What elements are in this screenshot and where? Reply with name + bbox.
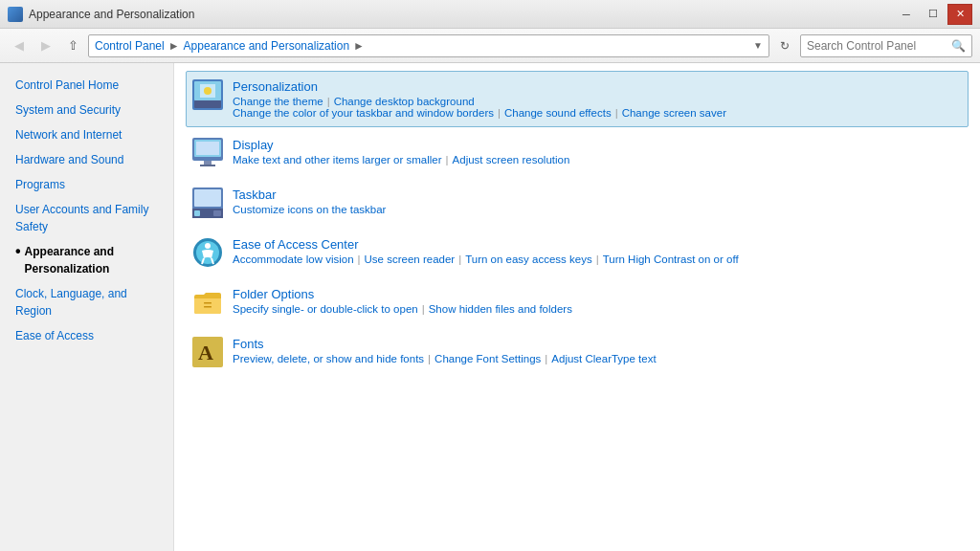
breadcrumb-sep1: ► (168, 39, 180, 53)
link-hidden-files[interactable]: Show hidden files and folders (429, 303, 572, 315)
display-icon (192, 138, 223, 168)
refresh-button[interactable]: ↻ (773, 34, 796, 57)
app-icon (8, 7, 23, 22)
link-change-taskbar-color[interactable]: Change the color of your taskbar and win… (233, 107, 494, 119)
link-screen-reader[interactable]: Use screen reader (365, 253, 456, 265)
sidebar-item-control-panel-home[interactable]: Control Panel Home (0, 73, 173, 98)
link-change-desktop-bg[interactable]: Change desktop background (334, 96, 475, 107)
taskbar-links: Customize icons on the taskbar (233, 204, 962, 215)
link-make-larger[interactable]: Make text and other items larger or smal… (233, 154, 442, 165)
link-change-screensaver[interactable]: Change screen saver (622, 107, 726, 119)
sidebar-item-network-internet[interactable]: Network and Internet (0, 122, 173, 147)
link-customize-icons[interactable]: Customize icons on the taskbar (233, 204, 386, 215)
title-bar-left: Appearance and Personalization (8, 7, 194, 22)
svg-rect-8 (204, 161, 212, 165)
svg-rect-9 (200, 165, 215, 166)
search-box[interactable]: 🔍 (800, 34, 972, 57)
title-bar: Appearance and Personalization ─ ☐ ✕ (0, 0, 980, 29)
content-area: Personalization Change the theme | Chang… (174, 63, 980, 551)
section-folder-options: Folder Options Specify single- or double… (186, 278, 969, 326)
folder-options-icon (192, 287, 223, 318)
svg-point-4 (204, 87, 212, 95)
folder-options-links: Specify single- or double-click to open … (233, 303, 962, 315)
section-ease-access: Ease of Access Center Accommodate low vi… (186, 229, 969, 276)
folder-options-title[interactable]: Folder Options (233, 287, 962, 301)
search-icon: 🔍 (951, 39, 966, 53)
link-change-theme[interactable]: Change the theme (233, 96, 323, 107)
link-change-sound[interactable]: Change sound effects (504, 107, 612, 119)
link-cleartype[interactable]: Adjust ClearType text (551, 353, 656, 364)
sidebar-item-hardware-sound[interactable]: Hardware and Sound (0, 147, 173, 172)
link-easy-access-keys[interactable]: Turn on easy access keys (465, 253, 592, 265)
svg-rect-13 (194, 210, 200, 216)
svg-rect-2 (194, 100, 221, 108)
sidebar: Control Panel Home System and Security N… (0, 63, 174, 551)
ease-access-title[interactable]: Ease of Access Center (233, 237, 962, 252)
display-title[interactable]: Display (233, 138, 962, 152)
taskbar-icon (192, 187, 223, 218)
maximize-button[interactable]: ☐ (921, 4, 946, 25)
personalization-icon (192, 79, 223, 110)
personalization-links-row2: Change the color of your taskbar and win… (233, 107, 962, 119)
personalization-links-row1: Change the theme | Change desktop backgr… (233, 96, 962, 107)
link-preview-fonts[interactable]: Preview, delete, or show and hide fonts (233, 353, 424, 364)
link-high-contrast[interactable]: Turn High Contrast on or off (603, 253, 739, 265)
sidebar-item-programs[interactable]: Programs (0, 172, 173, 197)
section-personalization: Personalization Change the theme | Chang… (186, 71, 969, 127)
minimize-button[interactable]: ─ (894, 4, 919, 25)
svg-rect-11 (194, 189, 221, 207)
fonts-title[interactable]: Fonts (233, 337, 962, 351)
sidebar-item-user-accounts[interactable]: User Accounts and Family Safety (0, 197, 173, 239)
personalization-text: Personalization Change the theme | Chang… (233, 79, 962, 119)
svg-text:A: A (198, 341, 213, 364)
sidebar-item-ease-of-access[interactable]: Ease of Access (0, 323, 173, 348)
fonts-text: Fonts Preview, delete, or show and hide … (233, 337, 962, 364)
svg-rect-7 (196, 142, 219, 155)
breadcrumb-control-panel[interactable]: Control Panel (95, 39, 165, 53)
svg-point-17 (205, 243, 211, 249)
personalization-title[interactable]: Personalization (233, 79, 962, 94)
link-font-settings[interactable]: Change Font Settings (434, 353, 541, 364)
display-text: Display Make text and other items larger… (233, 138, 962, 165)
breadcrumb-sep2: ► (353, 39, 365, 53)
sidebar-item-system-security[interactable]: System and Security (0, 98, 173, 122)
display-links: Make text and other items larger or smal… (233, 154, 962, 165)
svg-rect-14 (213, 210, 221, 216)
address-dropdown-arrow[interactable]: ▼ (753, 40, 763, 51)
sidebar-item-appearance[interactable]: Appearance and Personalization (0, 239, 173, 281)
close-button[interactable]: ✕ (947, 4, 972, 25)
section-fonts: A Fonts Preview, delete, or show and hid… (186, 328, 969, 376)
address-bar: ◀ ▶ ⇧ Control Panel ► Appearance and Per… (0, 29, 980, 63)
ease-access-text: Ease of Access Center Accommodate low vi… (233, 237, 962, 265)
link-adjust-resolution[interactable]: Adjust screen resolution (453, 154, 570, 165)
title-bar-controls: ─ ☐ ✕ (894, 4, 972, 25)
address-field[interactable]: Control Panel ► Appearance and Personali… (88, 34, 769, 57)
svg-rect-21 (204, 306, 212, 308)
fonts-icon: A (192, 337, 223, 367)
link-low-vision[interactable]: Accommodate low vision (233, 253, 354, 265)
link-click-to-open[interactable]: Specify single- or double-click to open (233, 303, 418, 315)
breadcrumb-appearance[interactable]: Appearance and Personalization (184, 39, 349, 53)
main-container: Control Panel Home System and Security N… (0, 63, 980, 551)
section-taskbar: Taskbar Customize icons on the taskbar (186, 179, 969, 227)
fonts-links: Preview, delete, or show and hide fonts … (233, 353, 962, 364)
svg-rect-20 (204, 302, 212, 304)
search-input[interactable] (807, 39, 951, 53)
forward-button[interactable]: ▶ (34, 34, 57, 57)
window-title: Appearance and Personalization (29, 8, 194, 21)
back-button[interactable]: ◀ (8, 34, 31, 57)
ease-access-links: Accommodate low vision | Use screen read… (233, 253, 962, 265)
ease-access-icon (192, 237, 223, 268)
taskbar-title[interactable]: Taskbar (233, 187, 962, 202)
sidebar-item-clock-language[interactable]: Clock, Language, and Region (0, 281, 173, 323)
taskbar-text: Taskbar Customize icons on the taskbar (233, 187, 962, 215)
section-display: Display Make text and other items larger… (186, 129, 969, 177)
up-button[interactable]: ⇧ (61, 34, 84, 57)
folder-options-text: Folder Options Specify single- or double… (233, 287, 962, 315)
